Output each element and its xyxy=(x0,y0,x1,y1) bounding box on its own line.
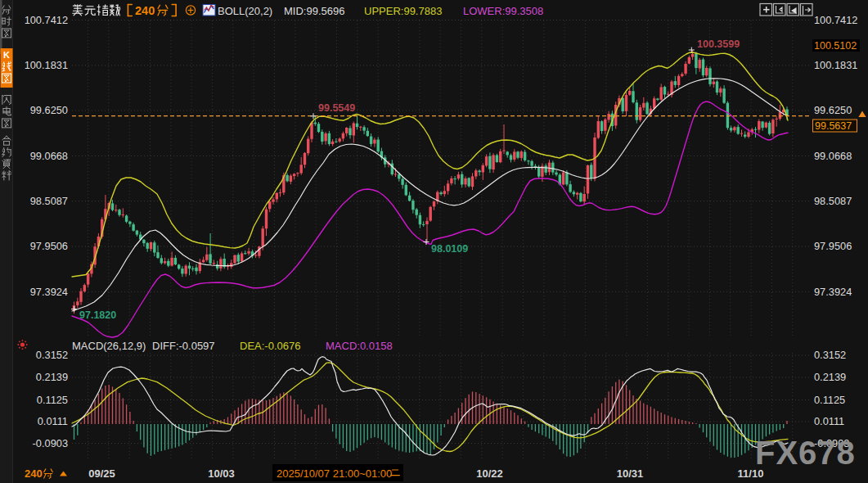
svg-text:97.3924: 97.3924 xyxy=(814,286,852,298)
svg-text:100.3599: 100.3599 xyxy=(697,38,740,50)
svg-text:10/31: 10/31 xyxy=(617,467,644,480)
svg-text:DIFF:-0.0597: DIFF:-0.0597 xyxy=(152,340,215,352)
svg-text:100.1831: 100.1831 xyxy=(814,59,857,71)
svg-text:240: 240 xyxy=(25,467,43,480)
svg-text:0.2139: 0.2139 xyxy=(36,371,68,383)
svg-text:MACD(26,12,9): MACD(26,12,9) xyxy=(72,340,146,352)
svg-text:99.0668: 99.0668 xyxy=(814,150,852,162)
svg-text:97.1820: 97.1820 xyxy=(79,309,116,321)
svg-text:10/22: 10/22 xyxy=(476,467,503,480)
svg-text:240: 240 xyxy=(135,4,155,17)
svg-text:0.3152: 0.3152 xyxy=(814,349,846,361)
svg-text:UPPER:99.7883: UPPER:99.7883 xyxy=(364,5,442,17)
svg-text:MACD:0.0158: MACD:0.0158 xyxy=(326,340,393,352)
svg-text:LOWER:99.3508: LOWER:99.3508 xyxy=(463,5,543,17)
svg-text:97.9506: 97.9506 xyxy=(814,240,852,252)
svg-text:DEA:-0.0676: DEA:-0.0676 xyxy=(240,340,300,352)
svg-text:100.7412: 100.7412 xyxy=(814,14,857,26)
svg-text:99.5637: 99.5637 xyxy=(815,120,852,132)
svg-text:0.0111: 0.0111 xyxy=(814,415,844,427)
svg-text:0.0111: 0.0111 xyxy=(38,415,68,427)
svg-text:97.3924: 97.3924 xyxy=(30,286,68,298)
svg-text:0.1125: 0.1125 xyxy=(814,394,845,406)
svg-text:100.5102: 100.5102 xyxy=(814,40,857,52)
svg-text:10/03: 10/03 xyxy=(208,467,235,480)
svg-text:98.5087: 98.5087 xyxy=(814,195,852,207)
svg-text:99.5549: 99.5549 xyxy=(318,102,355,114)
svg-text:0.2139: 0.2139 xyxy=(814,371,846,383)
svg-text:99.6250: 99.6250 xyxy=(30,104,68,116)
svg-text:0.1125: 0.1125 xyxy=(37,394,68,406)
svg-text:98.0109: 98.0109 xyxy=(431,243,468,255)
svg-text:99.6250: 99.6250 xyxy=(814,104,852,116)
svg-text:0.3152: 0.3152 xyxy=(36,349,68,361)
svg-text:100.1831: 100.1831 xyxy=(25,59,68,71)
svg-text:BOLL(20,2): BOLL(20,2) xyxy=(218,5,272,17)
svg-text:98.5087: 98.5087 xyxy=(30,195,68,207)
svg-text:-0.0903: -0.0903 xyxy=(33,437,68,449)
svg-text:FX678: FX678 xyxy=(755,435,856,471)
svg-text:09/25: 09/25 xyxy=(88,467,115,480)
svg-text:99.0668: 99.0668 xyxy=(30,150,68,162)
svg-text:K: K xyxy=(3,50,10,60)
svg-text:2025/10/07 21:00~01:00: 2025/10/07 21:00~01:00 xyxy=(277,467,392,480)
svg-text:100.7412: 100.7412 xyxy=(25,14,68,26)
svg-text:97.9506: 97.9506 xyxy=(30,240,68,252)
svg-text:MID:99.5696: MID:99.5696 xyxy=(284,5,344,17)
